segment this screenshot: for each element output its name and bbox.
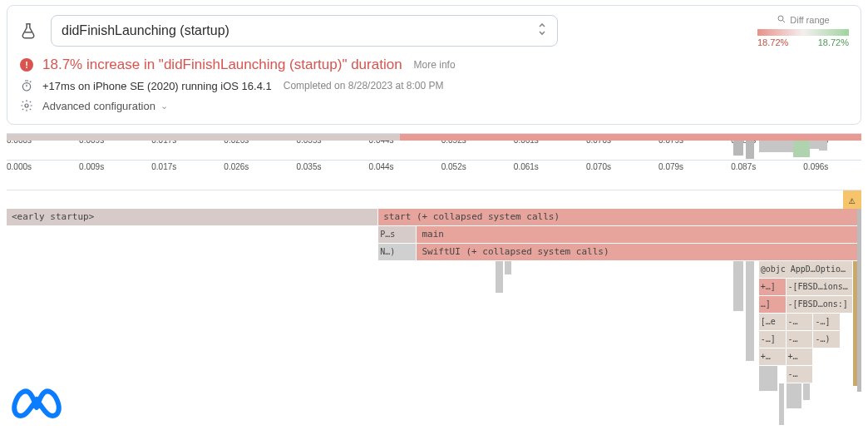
header-card: didFinishLaunching (startup) Diff range bbox=[7, 5, 861, 125]
frame-r4c[interactable]: -…) bbox=[813, 331, 841, 348]
frame-r1a[interactable]: +…] bbox=[759, 279, 787, 295]
flask-icon bbox=[19, 22, 37, 40]
diff-gradient-bar bbox=[757, 29, 849, 36]
ruler-tick: 0.035s bbox=[296, 162, 321, 171]
frame-start[interactable]: start (+ collapsed system calls) bbox=[378, 209, 861, 225]
frame-r3b[interactable]: -… bbox=[787, 314, 814, 330]
ruler-main: 0.000s0.009s0.017s0.026s0.035s0.044s0.05… bbox=[7, 161, 861, 190]
stopwatch-icon bbox=[19, 78, 34, 93]
device-text: +17ms on iPhone SE (2020) running iOS 16… bbox=[42, 80, 272, 92]
frame-main[interactable]: main bbox=[417, 226, 861, 243]
advanced-label: Advanced configuration bbox=[42, 100, 155, 112]
diff-pos-label: 18.72% bbox=[818, 37, 849, 47]
magnify-icon bbox=[777, 14, 787, 26]
frame-r4a[interactable]: -…] bbox=[759, 331, 787, 348]
frame-objc[interactable]: @objc AppD…Options:) bbox=[759, 261, 853, 278]
advanced-row[interactable]: Advanced configuration ⌄ bbox=[19, 96, 849, 116]
frame-early-startup[interactable]: <early startup> bbox=[7, 209, 378, 225]
ruler-tick: 0.044s bbox=[369, 162, 394, 171]
diff-neg-label: 18.72% bbox=[757, 37, 788, 47]
frame-r6[interactable]: -… bbox=[787, 366, 814, 383]
chevron-up-down-icon bbox=[537, 22, 547, 39]
regression-text: 18.7% increase in "didFinishLaunching (s… bbox=[42, 57, 402, 73]
ruler-tick: 0.087s bbox=[731, 162, 756, 171]
ruler-tick: 0.000s bbox=[7, 162, 32, 171]
top-row: didFinishLaunching (startup) Diff range bbox=[19, 14, 849, 47]
frame-r5b[interactable]: +… bbox=[787, 348, 814, 365]
info-rows: ! 18.7% increase in "didFinishLaunching … bbox=[19, 54, 849, 116]
svg-point-0 bbox=[778, 16, 783, 21]
frame-r2b[interactable]: -[FBSD…ons:] bbox=[787, 296, 853, 313]
metric-select-label: didFinishLaunching (startup) bbox=[62, 23, 229, 38]
frame-ps[interactable]: P…s bbox=[378, 226, 417, 243]
frame-r4b[interactable]: -… bbox=[787, 331, 814, 348]
alert-icon: ! bbox=[20, 58, 33, 72]
ruler-tick: 0.052s bbox=[441, 162, 466, 171]
diff-range-legend: Diff range 18.72% 18.72% bbox=[757, 14, 849, 47]
timeline: 0.000s0.009s0.017s0.026s0.035s0.044s0.05… bbox=[7, 133, 861, 430]
svg-point-2 bbox=[25, 104, 28, 107]
frame-r3a[interactable]: […e bbox=[759, 314, 787, 330]
frame-r2a[interactable]: …] bbox=[759, 296, 787, 313]
frame-r1b[interactable]: -[FBSD…ions:] bbox=[787, 279, 853, 295]
diff-range-title: Diff range bbox=[790, 15, 830, 25]
completed-text: Completed on 8/28/2023 at 8:00 PM bbox=[284, 80, 444, 91]
device-row: +17ms on iPhone SE (2020) running iOS 16… bbox=[19, 76, 849, 96]
warning-badge[interactable]: ⚠ bbox=[843, 190, 861, 209]
ruler-tick: 0.079s bbox=[658, 162, 683, 171]
ruler-tick: 0.096s bbox=[803, 162, 828, 171]
frame-r3c[interactable]: -…] bbox=[813, 314, 841, 330]
ruler-tick: 0.017s bbox=[151, 162, 176, 171]
gear-icon bbox=[19, 98, 34, 113]
ruler-tick: 0.026s bbox=[224, 162, 249, 171]
frame-n[interactable]: N…) bbox=[378, 244, 417, 260]
ruler-tick: 0.070s bbox=[586, 162, 611, 171]
more-info-link[interactable]: More info bbox=[414, 59, 456, 71]
metric-select[interactable]: didFinishLaunching (startup) bbox=[51, 15, 558, 47]
frame-r5a[interactable]: +… bbox=[759, 348, 787, 365]
meta-logo bbox=[10, 384, 63, 423]
ruler-tick: 0.061s bbox=[514, 162, 539, 171]
frame-swiftui[interactable]: SwiftUI (+ collapsed system calls) bbox=[417, 244, 861, 260]
regression-row: ! 18.7% increase in "didFinishLaunching … bbox=[19, 54, 849, 76]
overview-band[interactable]: 0.000s0.009s0.017s0.026s0.035s0.044s0.05… bbox=[7, 134, 861, 161]
chevron-down-icon: ⌄ bbox=[160, 101, 168, 111]
ruler-tick: 0.009s bbox=[79, 162, 104, 171]
flamegraph[interactable]: ⚠ <early startup> start (+ collapsed sys… bbox=[7, 190, 861, 430]
